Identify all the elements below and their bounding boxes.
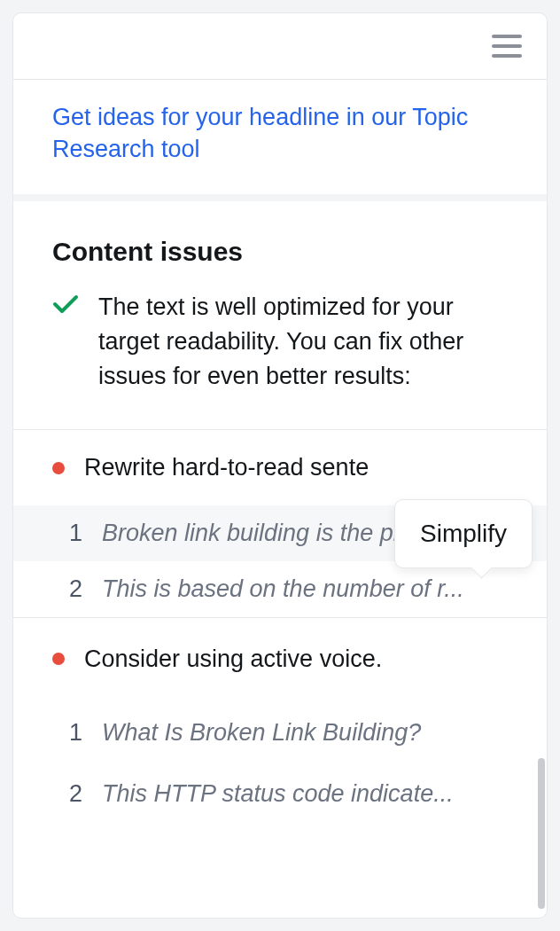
item-text: This is based on the number of r... [102,575,508,603]
item-number: 1 [66,719,82,747]
issues-list: Rewrite hard-to-read sente 1 Broken link… [13,429,547,829]
issue-item[interactable]: 1 What Is Broken Link Building? [13,707,547,768]
issue-item[interactable]: 2 This HTTP status code indicate... [13,768,547,829]
issue-group-title: Consider using active voice. [84,643,382,675]
content-panel: Get ideas for your headline in our Topic… [12,12,548,919]
item-text: What Is Broken Link Building? [102,719,508,747]
issue-item[interactable]: 2 This is based on the number of r... [13,561,547,617]
item-text: This HTTP status code indicate... [102,780,508,808]
intro-text: The text is well optimized for your targ… [98,290,508,394]
checkmark-icon [52,293,79,315]
simplify-tooltip[interactable]: Simplify [394,499,533,568]
severity-dot-icon [52,653,65,665]
headline-link-section: Get ideas for your headline in our Topic… [13,79,547,194]
issue-group-2: Consider using active voice. 1 What Is B… [13,617,547,829]
topic-research-link[interactable]: Get ideas for your headline in our Topic… [52,101,508,166]
severity-dot-icon [52,462,65,474]
item-number: 2 [66,780,82,808]
menu-icon[interactable] [492,35,522,58]
section-heading: Content issues [13,201,547,290]
item-number: 2 [66,575,82,603]
issue-group-header-2[interactable]: Consider using active voice. [13,618,547,707]
top-bar [13,13,547,79]
issue-group-header-1[interactable]: Rewrite hard-to-read sente [13,430,547,505]
scrollbar-thumb[interactable] [538,758,545,909]
intro-row: The text is well optimized for your targ… [13,290,547,429]
item-number: 1 [66,520,82,547]
issue-group-title: Rewrite hard-to-read sente [84,451,369,483]
